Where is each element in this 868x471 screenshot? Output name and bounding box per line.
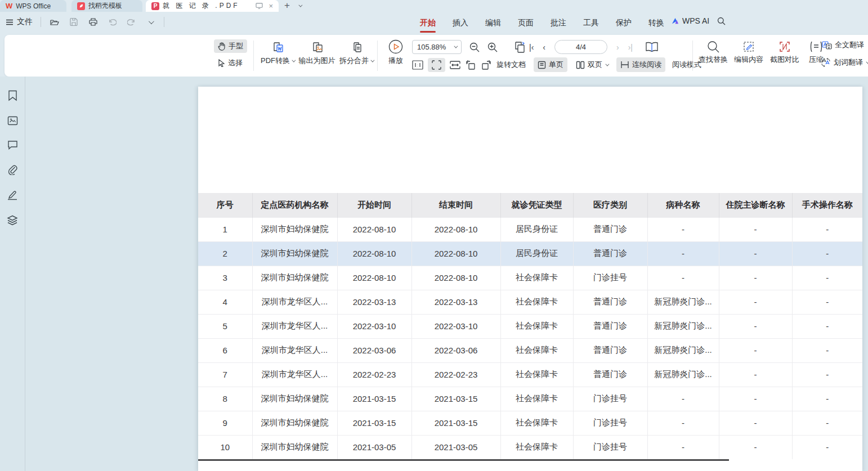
find-replace-button[interactable]: 查找替换 bbox=[696, 41, 731, 65]
table-cell: 2022-03-13 bbox=[411, 290, 500, 314]
table-cell: - bbox=[792, 314, 862, 338]
zoom-out-icon[interactable] bbox=[469, 42, 480, 52]
tab-list-chevron-icon[interactable] bbox=[298, 0, 301, 11]
wps-ai-button[interactable]: WPS AI bbox=[671, 16, 709, 25]
wps-ai-icon bbox=[671, 17, 679, 25]
table-cell: 6 bbox=[198, 338, 252, 362]
chevron-down-icon bbox=[866, 60, 868, 64]
undo-icon[interactable] bbox=[106, 16, 118, 28]
page-compare-icon[interactable] bbox=[513, 41, 527, 53]
compress-icon bbox=[809, 41, 823, 53]
fit-page-button[interactable] bbox=[428, 58, 445, 72]
menu-item-insert[interactable]: 插入 bbox=[445, 15, 476, 31]
bookmark-icon[interactable] bbox=[8, 90, 17, 101]
menu-item-convert[interactable]: 转换 bbox=[641, 15, 672, 31]
table-cell: 社会保障卡 bbox=[500, 411, 573, 435]
prev-page-button[interactable]: ‹ bbox=[543, 43, 545, 52]
split-merge-button[interactable]: 拆分合并 bbox=[334, 41, 378, 66]
select-tool-label: 选择 bbox=[228, 58, 243, 68]
table-cell: 社会保障卡 bbox=[500, 362, 573, 387]
save-icon[interactable] bbox=[68, 16, 79, 28]
menu-item-edit[interactable]: 编辑 bbox=[477, 15, 509, 31]
play-icon bbox=[388, 39, 403, 54]
table-cell: 2022-02-23 bbox=[411, 362, 500, 387]
wps-ai-label: WPS AI bbox=[682, 16, 709, 25]
pdf-convert-button[interactable]: PDF转换 bbox=[256, 41, 299, 66]
table-cell: 深圳市妇幼保健院 bbox=[252, 387, 337, 411]
table-cell: 4 bbox=[198, 290, 252, 314]
screenshot-compare-button[interactable]: 截图对比 bbox=[767, 41, 803, 65]
book-icon[interactable] bbox=[645, 42, 659, 53]
signature-icon[interactable] bbox=[7, 190, 18, 200]
menu-item-page[interactable]: 页面 bbox=[510, 15, 542, 31]
monitor-icon[interactable] bbox=[256, 3, 263, 9]
open-folder-icon[interactable] bbox=[49, 16, 60, 28]
table-cell: 深圳市妇幼保健院 bbox=[252, 217, 337, 241]
edit-content-button[interactable]: 编辑内容 bbox=[731, 41, 767, 65]
table-cell: - bbox=[719, 266, 792, 290]
column-header: 住院主诊断名称 bbox=[719, 193, 792, 217]
word-translate-icon bbox=[821, 58, 831, 67]
next-page-button[interactable]: › bbox=[616, 43, 619, 52]
page-indicator-input[interactable]: 4/4 bbox=[554, 40, 607, 54]
rotate-doc-label[interactable]: 旋转文档 bbox=[496, 60, 526, 70]
continuous-read-button[interactable]: 连续阅读 bbox=[616, 57, 665, 72]
table-cell: - bbox=[719, 314, 792, 338]
table-cell: 3 bbox=[198, 266, 252, 290]
table-cell: 居民身份证 bbox=[500, 217, 573, 241]
fit-width-icon[interactable] bbox=[450, 61, 460, 69]
double-page-button[interactable]: 双页 bbox=[572, 57, 612, 72]
tab-label: 找稻壳模板 bbox=[88, 1, 122, 11]
menu-item-comment[interactable]: 批注 bbox=[543, 15, 574, 31]
word-translate-button[interactable]: 划词翻译 bbox=[821, 57, 868, 68]
pdf-page[interactable]: 序号定点医药机构名称开始时间结束时间就诊凭证类型医疗类别病种名称住院主诊断名称手… bbox=[198, 87, 862, 471]
redo-icon[interactable] bbox=[126, 16, 137, 28]
search-icon[interactable] bbox=[717, 17, 726, 25]
play-button[interactable]: 播放 bbox=[383, 39, 409, 66]
rotate-right-icon[interactable] bbox=[481, 60, 492, 70]
thumbnail-icon[interactable] bbox=[7, 116, 18, 125]
full-translate-button[interactable]: 全文翻译 bbox=[822, 40, 864, 50]
docer-icon bbox=[77, 2, 85, 10]
file-menu-button[interactable]: 文件 bbox=[6, 17, 33, 27]
menu-item-protect[interactable]: 保护 bbox=[608, 15, 639, 31]
table-row: 3深圳市妇幼保健院2022-08-102022-08-10社会保障卡门诊挂号--… bbox=[198, 266, 862, 290]
tab-document-active[interactable]: P 就 医 记 录 .PDF × bbox=[146, 0, 279, 12]
table-cell: 8 bbox=[198, 387, 252, 411]
single-page-button[interactable]: 单页 bbox=[534, 57, 567, 72]
hand-tool-button[interactable]: 手型 bbox=[214, 39, 247, 53]
first-page-button[interactable]: |‹ bbox=[529, 43, 534, 52]
table-cell: 2021-03-15 bbox=[411, 411, 500, 435]
table-cell: 深圳市妇幼保健院 bbox=[252, 241, 337, 266]
close-icon[interactable]: × bbox=[269, 2, 273, 10]
last-page-button[interactable]: ›| bbox=[628, 43, 633, 52]
more-chevron-icon[interactable] bbox=[145, 16, 156, 28]
zoom-level-select[interactable]: 105.88% bbox=[412, 40, 462, 54]
screenshot-compare-label: 截图对比 bbox=[770, 55, 799, 65]
full-translate-label: 全文翻译 bbox=[835, 40, 864, 50]
table-cell: 9 bbox=[198, 411, 252, 435]
menu-item-home[interactable]: 开始 bbox=[412, 15, 444, 31]
select-tool-button[interactable]: 选择 bbox=[214, 56, 247, 70]
zoom-in-icon[interactable] bbox=[487, 42, 498, 52]
tab-wps-office[interactable]: W WPS Office bbox=[0, 0, 66, 12]
attachment-icon[interactable] bbox=[7, 164, 18, 175]
table-cell: 普通门诊 bbox=[573, 362, 647, 387]
rotate-left-icon[interactable] bbox=[465, 60, 476, 70]
menu-item-tools[interactable]: 工具 bbox=[575, 15, 607, 31]
comment-icon[interactable] bbox=[7, 140, 18, 150]
single-page-label: 单页 bbox=[549, 60, 563, 70]
table-cell: 2021-03-15 bbox=[337, 387, 411, 411]
table-cell: 7 bbox=[198, 362, 252, 387]
double-page-icon bbox=[576, 61, 585, 69]
table-cell: - bbox=[719, 435, 792, 459]
export-image-button[interactable]: 输出为图片 bbox=[295, 41, 339, 66]
ribbon-toolbar: 手型 选择 bbox=[5, 35, 868, 77]
table-cell: 普通门诊 bbox=[573, 314, 647, 338]
column-header: 定点医药机构名称 bbox=[252, 193, 337, 217]
one-to-one-icon[interactable] bbox=[412, 60, 423, 70]
tab-docer-templates[interactable]: 找稻壳模板 bbox=[71, 0, 142, 12]
new-tab-button[interactable]: + bbox=[284, 0, 290, 11]
layers-icon[interactable] bbox=[7, 215, 18, 226]
print-icon[interactable] bbox=[87, 16, 99, 28]
